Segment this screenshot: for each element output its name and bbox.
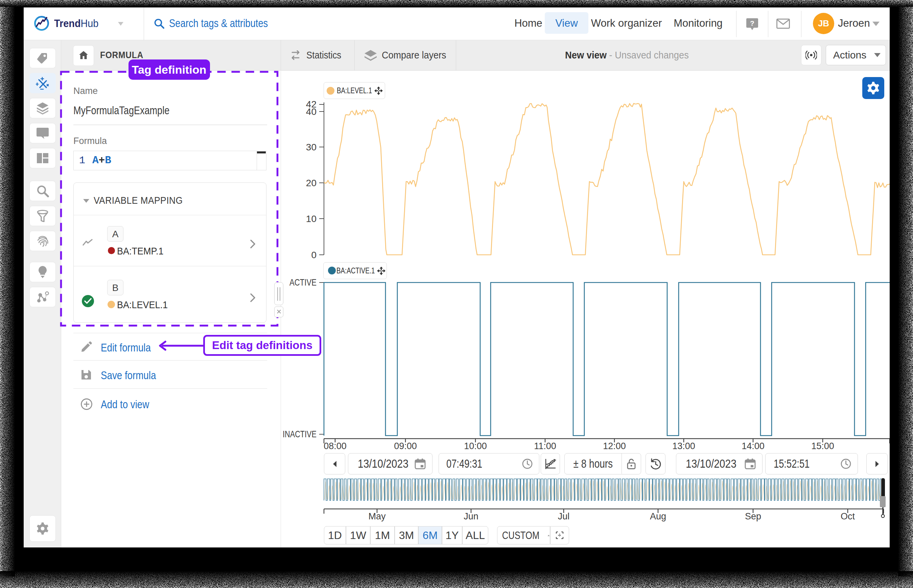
svg-text:INACTIVE: INACTIVE (283, 429, 317, 439)
svg-text:0: 0 (311, 250, 317, 260)
svg-text:08:00: 08:00 (324, 441, 346, 451)
svg-text:11:00: 11:00 (534, 441, 556, 451)
svg-text:13:00: 13:00 (672, 441, 695, 451)
svg-text:Jun: Jun (464, 511, 479, 522)
svg-text:40: 40 (306, 107, 317, 117)
svg-text:14:00: 14:00 (741, 441, 764, 451)
svg-text:12:00: 12:00 (603, 441, 626, 451)
svg-text:ACTIVE: ACTIVE (290, 277, 317, 288)
svg-text:10:00: 10:00 (464, 441, 487, 451)
svg-text:Sep: Sep (745, 511, 761, 522)
svg-text:15:00: 15:00 (811, 441, 834, 451)
svg-text:20: 20 (306, 178, 317, 188)
svg-text:Jul: Jul (558, 511, 570, 522)
svg-text:09:00: 09:00 (394, 441, 417, 451)
svg-text:30: 30 (306, 142, 317, 152)
svg-text:May: May (368, 511, 386, 522)
svg-text:10: 10 (306, 213, 317, 224)
svg-text:Aug: Aug (650, 511, 666, 522)
svg-text:Oct: Oct (841, 511, 855, 522)
